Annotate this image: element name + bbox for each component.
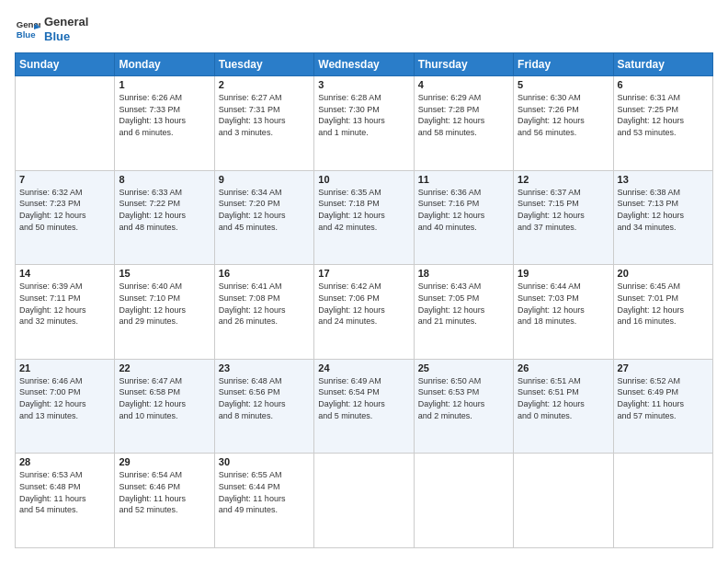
week-row-5: 28Sunrise: 6:53 AM Sunset: 6:48 PM Dayli…	[16, 454, 713, 548]
day-info: Sunrise: 6:51 AM Sunset: 6:51 PM Dayligh…	[518, 375, 609, 421]
day-number: 21	[19, 362, 110, 373]
day-info: Sunrise: 6:38 AM Sunset: 7:13 PM Dayligh…	[618, 187, 709, 233]
day-number: 27	[618, 362, 709, 373]
day-number: 7	[19, 174, 110, 185]
day-cell: 3Sunrise: 6:28 AM Sunset: 7:30 PM Daylig…	[314, 76, 414, 171]
header: General Blue General Blue	[15, 15, 713, 43]
day-number: 2	[219, 79, 310, 90]
day-number: 22	[119, 362, 210, 373]
day-info: Sunrise: 6:28 AM Sunset: 7:30 PM Dayligh…	[318, 92, 409, 138]
col-header-tuesday: Tuesday	[214, 53, 313, 76]
day-number: 16	[219, 268, 310, 279]
day-number: 29	[119, 456, 210, 467]
day-number: 5	[518, 79, 609, 90]
day-cell	[414, 454, 513, 548]
svg-text:Blue: Blue	[17, 29, 36, 39]
day-info: Sunrise: 6:39 AM Sunset: 7:11 PM Dayligh…	[19, 281, 110, 327]
day-cell: 28Sunrise: 6:53 AM Sunset: 6:48 PM Dayli…	[16, 454, 115, 548]
day-number: 6	[618, 79, 709, 90]
day-cell: 17Sunrise: 6:42 AM Sunset: 7:06 PM Dayli…	[314, 265, 414, 360]
day-cell: 22Sunrise: 6:47 AM Sunset: 6:58 PM Dayli…	[115, 359, 214, 454]
day-cell: 27Sunrise: 6:52 AM Sunset: 6:49 PM Dayli…	[613, 359, 712, 454]
day-number: 30	[219, 456, 310, 467]
day-cell: 20Sunrise: 6:45 AM Sunset: 7:01 PM Dayli…	[613, 265, 712, 360]
day-cell: 10Sunrise: 6:35 AM Sunset: 7:18 PM Dayli…	[314, 170, 414, 265]
day-cell: 14Sunrise: 6:39 AM Sunset: 7:11 PM Dayli…	[16, 265, 115, 360]
calendar-table: SundayMondayTuesdayWednesdayThursdayFrid…	[15, 52, 713, 548]
day-info: Sunrise: 6:54 AM Sunset: 6:46 PM Dayligh…	[119, 469, 210, 515]
day-info: Sunrise: 6:52 AM Sunset: 6:49 PM Dayligh…	[618, 375, 709, 421]
day-number: 23	[219, 362, 310, 373]
day-cell: 11Sunrise: 6:36 AM Sunset: 7:16 PM Dayli…	[414, 170, 513, 265]
day-cell	[314, 454, 414, 548]
day-info: Sunrise: 6:49 AM Sunset: 6:54 PM Dayligh…	[318, 375, 409, 421]
day-cell: 23Sunrise: 6:48 AM Sunset: 6:56 PM Dayli…	[214, 359, 313, 454]
day-cell: 6Sunrise: 6:31 AM Sunset: 7:25 PM Daylig…	[613, 76, 712, 171]
day-cell: 21Sunrise: 6:46 AM Sunset: 7:00 PM Dayli…	[16, 359, 115, 454]
day-cell: 29Sunrise: 6:54 AM Sunset: 6:46 PM Dayli…	[115, 454, 214, 548]
day-info: Sunrise: 6:55 AM Sunset: 6:44 PM Dayligh…	[219, 469, 310, 515]
day-cell: 7Sunrise: 6:32 AM Sunset: 7:23 PM Daylig…	[16, 170, 115, 265]
day-cell: 9Sunrise: 6:34 AM Sunset: 7:20 PM Daylig…	[214, 170, 313, 265]
day-cell: 18Sunrise: 6:43 AM Sunset: 7:05 PM Dayli…	[414, 265, 513, 360]
day-number: 17	[318, 268, 409, 279]
day-info: Sunrise: 6:29 AM Sunset: 7:28 PM Dayligh…	[418, 92, 509, 138]
week-row-3: 14Sunrise: 6:39 AM Sunset: 7:11 PM Dayli…	[16, 265, 713, 360]
day-info: Sunrise: 6:34 AM Sunset: 7:20 PM Dayligh…	[219, 187, 310, 233]
day-number: 3	[318, 79, 409, 90]
day-info: Sunrise: 6:26 AM Sunset: 7:33 PM Dayligh…	[119, 92, 210, 138]
day-number: 14	[19, 268, 110, 279]
col-header-saturday: Saturday	[613, 53, 712, 76]
day-number: 12	[518, 174, 609, 185]
day-info: Sunrise: 6:47 AM Sunset: 6:58 PM Dayligh…	[119, 375, 210, 421]
day-number: 8	[119, 174, 210, 185]
day-number: 11	[418, 174, 509, 185]
day-cell: 16Sunrise: 6:41 AM Sunset: 7:08 PM Dayli…	[214, 265, 313, 360]
day-number: 24	[318, 362, 409, 373]
day-info: Sunrise: 6:46 AM Sunset: 7:00 PM Dayligh…	[19, 375, 110, 421]
day-info: Sunrise: 6:48 AM Sunset: 6:56 PM Dayligh…	[219, 375, 310, 421]
logo-icon: General Blue	[15, 17, 40, 42]
day-info: Sunrise: 6:44 AM Sunset: 7:03 PM Dayligh…	[518, 281, 609, 327]
day-cell: 15Sunrise: 6:40 AM Sunset: 7:10 PM Dayli…	[115, 265, 214, 360]
day-number: 9	[219, 174, 310, 185]
col-header-wednesday: Wednesday	[314, 53, 414, 76]
day-info: Sunrise: 6:36 AM Sunset: 7:16 PM Dayligh…	[418, 187, 509, 233]
day-info: Sunrise: 6:50 AM Sunset: 6:53 PM Dayligh…	[418, 375, 509, 421]
day-info: Sunrise: 6:40 AM Sunset: 7:10 PM Dayligh…	[119, 281, 210, 327]
day-cell: 25Sunrise: 6:50 AM Sunset: 6:53 PM Dayli…	[414, 359, 513, 454]
day-cell: 8Sunrise: 6:33 AM Sunset: 7:22 PM Daylig…	[115, 170, 214, 265]
day-info: Sunrise: 6:43 AM Sunset: 7:05 PM Dayligh…	[418, 281, 509, 327]
day-cell: 2Sunrise: 6:27 AM Sunset: 7:31 PM Daylig…	[214, 76, 313, 171]
day-info: Sunrise: 6:27 AM Sunset: 7:31 PM Dayligh…	[219, 92, 310, 138]
day-info: Sunrise: 6:45 AM Sunset: 7:01 PM Dayligh…	[618, 281, 709, 327]
page: General Blue General Blue SundayMondayTu…	[0, 0, 728, 563]
day-number: 13	[618, 174, 709, 185]
day-info: Sunrise: 6:37 AM Sunset: 7:15 PM Dayligh…	[518, 187, 609, 233]
day-cell	[613, 454, 712, 548]
week-row-1: 1Sunrise: 6:26 AM Sunset: 7:33 PM Daylig…	[16, 76, 713, 171]
day-info: Sunrise: 6:32 AM Sunset: 7:23 PM Dayligh…	[19, 187, 110, 233]
day-info: Sunrise: 6:31 AM Sunset: 7:25 PM Dayligh…	[618, 92, 709, 138]
day-number: 1	[119, 79, 210, 90]
day-cell	[514, 454, 613, 548]
day-cell: 26Sunrise: 6:51 AM Sunset: 6:51 PM Dayli…	[514, 359, 613, 454]
day-cell: 5Sunrise: 6:30 AM Sunset: 7:26 PM Daylig…	[514, 76, 613, 171]
day-cell: 12Sunrise: 6:37 AM Sunset: 7:15 PM Dayli…	[514, 170, 613, 265]
day-number: 4	[418, 79, 509, 90]
day-number: 25	[418, 362, 509, 373]
day-number: 20	[618, 268, 709, 279]
day-cell: 30Sunrise: 6:55 AM Sunset: 6:44 PM Dayli…	[214, 454, 313, 548]
day-info: Sunrise: 6:53 AM Sunset: 6:48 PM Dayligh…	[19, 469, 110, 515]
day-info: Sunrise: 6:30 AM Sunset: 7:26 PM Dayligh…	[518, 92, 609, 138]
day-cell	[16, 76, 115, 171]
day-number: 19	[518, 268, 609, 279]
day-cell: 1Sunrise: 6:26 AM Sunset: 7:33 PM Daylig…	[115, 76, 214, 171]
day-info: Sunrise: 6:33 AM Sunset: 7:22 PM Dayligh…	[119, 187, 210, 233]
week-row-4: 21Sunrise: 6:46 AM Sunset: 7:00 PM Dayli…	[16, 359, 713, 454]
day-cell: 19Sunrise: 6:44 AM Sunset: 7:03 PM Dayli…	[514, 265, 613, 360]
day-cell: 24Sunrise: 6:49 AM Sunset: 6:54 PM Dayli…	[314, 359, 414, 454]
day-number: 18	[418, 268, 509, 279]
day-info: Sunrise: 6:42 AM Sunset: 7:06 PM Dayligh…	[318, 281, 409, 327]
logo-text-general: General	[44, 15, 88, 29]
